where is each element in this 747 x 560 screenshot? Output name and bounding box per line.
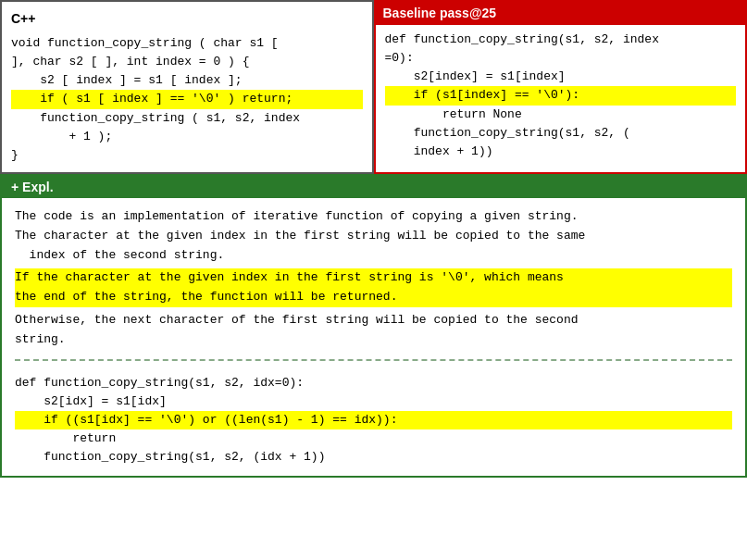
baseline-panel: Baseline pass@25 def function_copy_strin… [374, 0, 748, 174]
dashed-divider [15, 359, 732, 361]
cpp-code: void function_copy_string ( char s1 [], … [11, 34, 363, 165]
explanation-title: + Expl. [2, 176, 745, 198]
baseline-code: def function_copy_string(s1, s2, index=0… [385, 31, 737, 161]
cpp-panel: C++ void function_copy_string ( char s1 … [0, 0, 374, 174]
cpp-title: C++ [11, 9, 363, 29]
bottom-code: def function_copy_string(s1, s2, idx=0):… [15, 370, 732, 467]
baseline-title: Baseline pass@25 [376, 2, 746, 25]
explanation-panel: + Expl. The code is an implementation of… [0, 174, 747, 478]
explanation-text: The code is an implementation of iterati… [15, 207, 732, 350]
explanation-body: The code is an implementation of iterati… [2, 198, 745, 476]
top-row: C++ void function_copy_string ( char s1 … [0, 0, 747, 174]
